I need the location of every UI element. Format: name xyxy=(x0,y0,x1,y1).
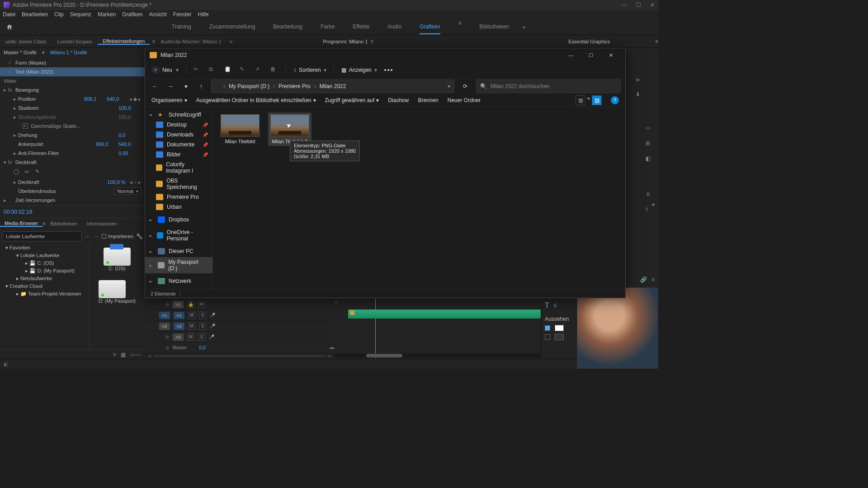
refresh-button[interactable]: ⟳ xyxy=(459,83,472,89)
mb-drive-d[interactable]: ▸ 💾 D: (My Passport) xyxy=(0,267,89,275)
track-a1-src[interactable]: A1 xyxy=(159,312,170,319)
responsive-design-icon[interactable]: ▭ xyxy=(646,125,655,134)
organize-dropdown[interactable]: Organisieren ▾ xyxy=(151,97,187,103)
fill-checkbox[interactable] xyxy=(545,325,550,331)
blend-mode-dropdown[interactable]: Normal xyxy=(114,188,141,195)
track-mute-a2[interactable]: M xyxy=(188,323,195,330)
timeline-zoom-slider[interactable] xyxy=(154,355,325,357)
workspace-grafiken[interactable]: Grafiken xyxy=(420,20,440,34)
explorer-close[interactable]: ✕ xyxy=(601,48,621,62)
workspace-bibliotheken[interactable]: Bibliotheken xyxy=(480,20,509,34)
nav-back[interactable]: ← xyxy=(150,81,160,92)
effect-timecode[interactable]: 00:00:02:18 xyxy=(0,206,145,218)
nav-forward[interactable]: → xyxy=(165,81,176,92)
layer-form-maske[interactable]: Form (Maske) xyxy=(15,60,141,66)
master-clip-label[interactable]: Master * Grafik xyxy=(4,50,37,56)
search-box[interactable]: 🔍 Milan 2022 durchsuchen xyxy=(476,80,621,93)
rotation-value[interactable]: 0,0 xyxy=(118,132,141,138)
uniform-scale-checkbox[interactable] xyxy=(23,123,28,129)
menu-datei[interactable]: Datei xyxy=(3,11,15,18)
track-mic-a1[interactable]: 🎤 xyxy=(210,313,215,318)
menu-hilfe[interactable]: Hilfe xyxy=(198,11,209,18)
wrench-icon[interactable]: 🔧 xyxy=(136,233,143,239)
more-button[interactable]: ••• xyxy=(384,66,394,74)
menu-bearbeiten[interactable]: Bearbeiten xyxy=(22,11,48,18)
track-mute-a1[interactable]: M xyxy=(188,312,195,319)
menu-icon[interactable]: ≡ xyxy=(651,277,655,283)
workspace-audio[interactable]: Audio xyxy=(388,20,402,34)
menu-grafiken[interactable]: Grafiken xyxy=(122,11,142,18)
rect-mask-icon[interactable]: ▭ xyxy=(24,169,32,176)
sidebar-colorify[interactable]: Colorify Instagram I xyxy=(145,160,212,176)
align-bottom-icon[interactable]: ⬇ xyxy=(636,91,645,100)
timeline-zoom-in[interactable]: ○ xyxy=(328,353,331,359)
playhead[interactable] xyxy=(375,288,376,359)
tab-source[interactable]: uelle: (keine Clips) xyxy=(0,39,52,44)
explorer-maximize[interactable]: ☐ xyxy=(581,48,601,62)
menu-fenster[interactable]: Fenster xyxy=(173,11,192,18)
pen-mask-icon[interactable]: ✎ xyxy=(35,169,42,176)
burn-button[interactable]: Brennen xyxy=(418,97,438,103)
master-value[interactable]: 0,0 xyxy=(199,345,206,350)
workspace-farbe[interactable]: Farbe xyxy=(321,20,335,34)
tab-lumetri[interactable]: Lumetri-Scopes xyxy=(52,39,97,44)
track-a1[interactable]: A1 xyxy=(174,312,184,319)
tab-overflow[interactable]: » xyxy=(230,38,233,45)
sidebar-thispc[interactable]: ▸Dieser PC xyxy=(145,246,212,256)
scroll-indicator[interactable]: ▾ xyxy=(652,202,655,208)
cut-icon[interactable]: ✂ xyxy=(193,66,202,74)
essential-graphics-label[interactable]: Essential Graphics xyxy=(568,39,610,44)
pin-edges-icon[interactable]: ⊞ xyxy=(646,140,655,149)
scale-value[interactable]: 100,0 xyxy=(118,105,141,111)
home-icon[interactable] xyxy=(5,23,14,31)
track-solo-a3[interactable]: S xyxy=(198,333,205,341)
tab-media-browser[interactable]: Media-Browser xyxy=(0,221,42,227)
drive-d-thumb[interactable] xyxy=(99,280,126,298)
timeline-zoom-out[interactable]: ○ xyxy=(148,353,151,359)
align-right-icon[interactable]: ⫸ xyxy=(636,77,645,86)
nav-recent[interactable]: ▾ xyxy=(180,81,191,92)
close-button[interactable]: ✕ xyxy=(650,2,655,8)
workspace-zusammenstellung[interactable]: Zusammenstellung xyxy=(209,20,255,34)
opacity-effect[interactable]: Deckkraft xyxy=(15,160,141,165)
maximize-button[interactable]: ☐ xyxy=(636,2,641,8)
position-y[interactable]: 540,0 xyxy=(107,96,129,102)
sidebar-quick-access[interactable]: ▾★Schnellzugriff xyxy=(145,110,212,120)
layer-text-milan[interactable]: Text (Milan 2022) xyxy=(15,69,141,75)
nav-up[interactable]: ↑ xyxy=(196,81,207,92)
mb-team-projekt[interactable]: ▸ 📁 Team-Projekt-Versionen xyxy=(0,290,89,298)
audio-clip-a2[interactable] xyxy=(348,310,556,319)
sidebar-passport-drive[interactable]: ▸My Passport (D:) xyxy=(145,257,212,273)
workspace-bearbeitung[interactable]: Bearbeitung xyxy=(273,20,302,34)
address-bar[interactable]: › My Passport (D:) › Premiere Pro › Mila… xyxy=(211,80,454,93)
slideshow-button[interactable]: Diashow xyxy=(388,97,409,103)
mb-netzlaufwerke[interactable]: ▸ Netzlaufwerke xyxy=(0,275,89,282)
stroke-color-swatch[interactable] xyxy=(555,334,564,340)
opacity-keyframe-nav[interactable]: ◂ ○ ▸ xyxy=(130,179,141,185)
sort-button[interactable]: ↕Sortieren▾ xyxy=(293,67,326,73)
explorer-content[interactable]: Milan Titelbild Milan Titelbild_2 ➤ Elem… xyxy=(213,107,625,289)
copy-icon[interactable]: ⧉ xyxy=(209,66,217,74)
paste-icon[interactable]: 📋 xyxy=(224,66,232,74)
workspace-effekte[interactable]: Effekte xyxy=(353,20,369,34)
tab-effekteinstellungen[interactable]: Effekteinstellungen xyxy=(98,38,151,45)
track-mic-a3[interactable]: 🎤 xyxy=(209,334,214,339)
track-a2-src[interactable]: A2 xyxy=(159,323,170,330)
sidebar-documents[interactable]: Dokumente📌 xyxy=(145,140,212,150)
sidebar-desktop[interactable]: Desktop📌 xyxy=(145,120,212,130)
menu-marken[interactable]: Marken xyxy=(98,11,116,18)
track-eye-v1[interactable]: 👁 xyxy=(198,301,205,308)
workspace-training[interactable]: Training xyxy=(172,20,191,34)
baseline-value[interactable]: 0 xyxy=(554,303,557,308)
master-skip-icon[interactable]: ▸▸ xyxy=(330,345,335,350)
tab-audiomixer[interactable]: Audioclip-Mischer: Milano 1 xyxy=(155,39,227,44)
tab-menu-icon[interactable]: ≡ xyxy=(152,38,155,45)
path-dropdown[interactable]: ▾ xyxy=(448,83,450,89)
chain-icon[interactable]: 🔗 xyxy=(640,277,647,283)
program-monitor-label[interactable]: Programm: Milano 1 xyxy=(323,39,368,44)
mb-favoriten[interactable]: ▾ Favoriten xyxy=(0,244,89,252)
anchor-y[interactable]: 540,0 xyxy=(118,141,141,147)
sidebar-premiere[interactable]: Premiere Pro xyxy=(145,192,212,202)
menu-sequenz[interactable]: Sequenz xyxy=(70,11,91,18)
sidebar-obs[interactable]: OBS Speicherung xyxy=(145,176,212,192)
